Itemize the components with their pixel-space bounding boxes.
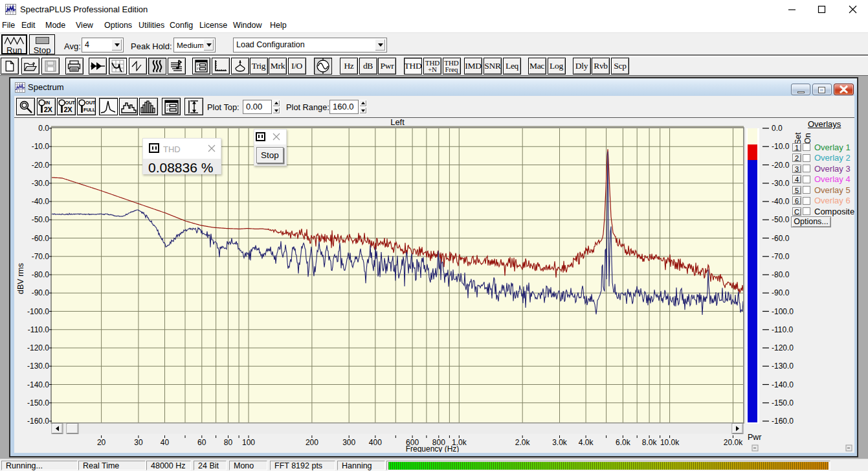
svg-text:Frequency (Hz): Frequency (Hz) [406, 444, 460, 453]
svg-text:0.0: 0.0 [38, 124, 49, 133]
svg-text:4.0k: 4.0k [579, 438, 594, 447]
svg-text:-80.0: -80.0 [772, 270, 790, 279]
svg-text:-50.0: -50.0 [772, 215, 790, 224]
svg-text:-90.0: -90.0 [772, 288, 790, 297]
svg-text:Left: Left [390, 118, 405, 127]
svg-text:8.0k: 8.0k [642, 438, 658, 447]
svg-text:-30.0: -30.0 [772, 179, 790, 188]
svg-text:-10.0: -10.0 [32, 142, 50, 151]
svg-text:-20.0: -20.0 [32, 161, 50, 170]
svg-text:-100.0: -100.0 [772, 307, 794, 316]
svg-text:80: 80 [224, 438, 233, 447]
svg-text:6.0k: 6.0k [616, 438, 631, 447]
svg-text:-100.0: -100.0 [27, 307, 49, 316]
svg-text:3.0k: 3.0k [552, 438, 568, 447]
svg-text:2.0k: 2.0k [515, 438, 531, 447]
svg-text:-150.0: -150.0 [27, 398, 49, 408]
svg-text:-40.0: -40.0 [772, 197, 790, 206]
svg-text:-140.0: -140.0 [27, 380, 49, 389]
svg-text:400: 400 [369, 438, 382, 447]
svg-text:-10.0: -10.0 [772, 142, 790, 151]
svg-text:-50.0: -50.0 [32, 215, 50, 224]
svg-text:300: 300 [342, 438, 355, 447]
svg-text:-60.0: -60.0 [772, 234, 790, 243]
svg-text:-70.0: -70.0 [772, 252, 790, 261]
svg-text:40: 40 [161, 438, 170, 447]
svg-text:-90.0: -90.0 [32, 288, 50, 297]
svg-text:-30.0: -30.0 [32, 179, 50, 188]
svg-text:0.0: 0.0 [772, 124, 783, 133]
svg-text:-20.0: -20.0 [772, 161, 790, 170]
svg-text:-80.0: -80.0 [32, 270, 50, 279]
svg-text:200: 200 [306, 438, 318, 447]
svg-text:-70.0: -70.0 [32, 252, 50, 261]
svg-text:-40.0: -40.0 [32, 197, 50, 206]
svg-text:Pwr: Pwr [748, 433, 762, 442]
svg-text:-110.0: -110.0 [28, 325, 49, 334]
svg-text:-130.0: -130.0 [27, 362, 49, 371]
svg-text:20: 20 [97, 438, 106, 447]
svg-text:dBV rms: dBV rms [16, 263, 25, 294]
svg-text:-130.0: -130.0 [772, 362, 794, 371]
svg-text:-140.0: -140.0 [772, 380, 794, 389]
svg-text:-120.0: -120.0 [27, 343, 49, 352]
svg-text:20.0k: 20.0k [724, 438, 743, 447]
svg-text:60: 60 [197, 438, 206, 447]
svg-text:100: 100 [242, 438, 255, 447]
svg-text:10.0k: 10.0k [660, 438, 680, 447]
svg-text:-160.0: -160.0 [772, 417, 794, 426]
svg-text:-160.0: -160.0 [27, 417, 49, 426]
svg-text:-120.0: -120.0 [772, 343, 794, 352]
svg-text:-150.0: -150.0 [772, 398, 794, 408]
svg-text:-110.0: -110.0 [772, 325, 793, 334]
svg-text:30: 30 [134, 438, 143, 447]
svg-text:-60.0: -60.0 [32, 234, 50, 243]
